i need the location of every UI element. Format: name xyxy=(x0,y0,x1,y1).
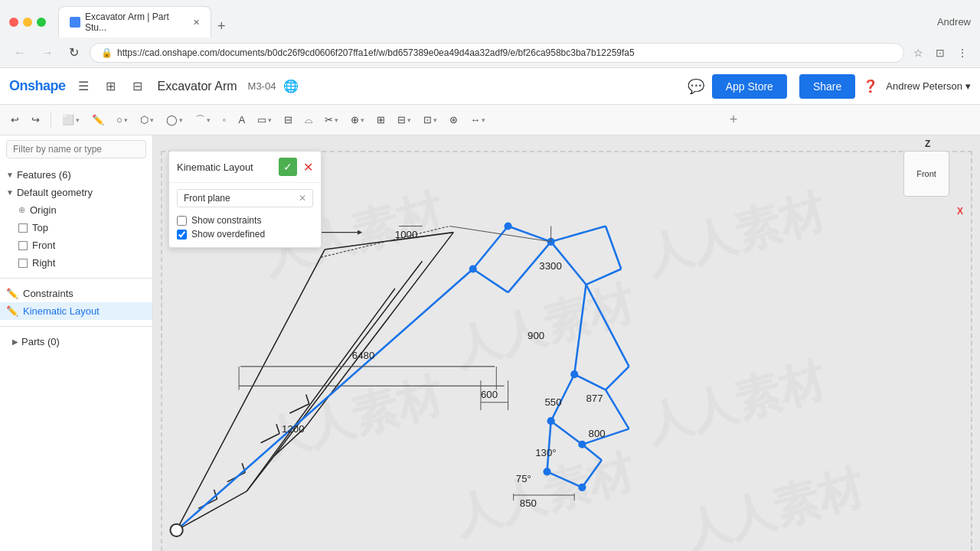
circle-btn[interactable]: ○▾ xyxy=(112,111,132,129)
show-overdefined-checkbox[interactable] xyxy=(177,230,187,240)
browser-chrome: Excavator Arm | Part Stu... ✕ + Andrew ←… xyxy=(0,0,980,68)
constraints-section: ✏️ Constraints ✏️ Kinematic Layout xyxy=(0,282,152,323)
plane-selector[interactable]: Front plane ✕ xyxy=(177,189,313,207)
document-title: Excavator Arm xyxy=(158,80,237,93)
filter-input[interactable] xyxy=(6,140,146,158)
user-info[interactable]: Andrew Peterson ▾ xyxy=(886,80,971,92)
view-cube-face[interactable]: Front xyxy=(903,151,949,197)
document-version: M3-04 xyxy=(248,80,276,92)
parts-header[interactable]: ▶ Parts (0) xyxy=(6,333,146,350)
constraints-label: Constraints xyxy=(23,288,74,299)
back-button[interactable]: ← xyxy=(9,43,31,63)
svg-line-38 xyxy=(586,285,629,367)
sketch-btn[interactable]: ✏️ xyxy=(87,111,109,129)
point-btn[interactable]: ◦ xyxy=(218,111,231,129)
dim-550: 550 xyxy=(544,396,561,408)
panel-cancel-button[interactable]: ✕ xyxy=(303,160,313,174)
add-icon[interactable]: + xyxy=(730,112,738,128)
measure-btn[interactable]: ⊞ xyxy=(372,111,390,129)
globe-icon[interactable]: 🌐 xyxy=(283,79,299,93)
svg-line-10 xyxy=(247,456,274,491)
view-cube[interactable]: Z Front X xyxy=(903,151,965,212)
tab-close-button[interactable]: ✕ xyxy=(193,18,200,28)
sidebar-item-right[interactable]: Right xyxy=(0,254,152,272)
style-btn[interactable]: ◯▾ xyxy=(162,111,188,129)
svg-line-44 xyxy=(547,471,583,487)
features-arrow-icon: ▼ xyxy=(6,171,14,179)
url-bar[interactable]: 🔒 https://cad.onshape.com/documents/b0dc… xyxy=(90,43,904,63)
tab-bar: Excavator Arm | Part Stu... ✕ + xyxy=(58,6,232,37)
constraint-btn[interactable]: ⊟ xyxy=(279,111,297,129)
cube-right-icon xyxy=(18,259,28,268)
cube-front-icon xyxy=(18,241,28,250)
view-btn[interactable]: ⬜▾ xyxy=(57,111,84,129)
rect-btn[interactable]: ▭▾ xyxy=(253,111,276,129)
help-button[interactable]: ❓ xyxy=(863,79,878,93)
cast-icon[interactable]: ⊡ xyxy=(933,44,948,62)
svg-point-51 xyxy=(547,417,555,425)
user-name: Andrew Peterson xyxy=(886,80,962,92)
bookmark-star-icon[interactable]: ☆ xyxy=(910,44,926,62)
onshape-logo[interactable]: Onshape xyxy=(9,78,66,94)
svg-point-52 xyxy=(543,468,550,475)
sidebar-item-origin[interactable]: ⊕ Origin xyxy=(0,201,152,219)
svg-line-34 xyxy=(606,226,621,269)
sidebar-filter xyxy=(0,135,152,163)
shape-btn[interactable]: ⬡▾ xyxy=(136,111,158,129)
show-constraints-checkbox[interactable] xyxy=(177,216,187,226)
pattern-btn[interactable]: ⊡▾ xyxy=(419,111,442,129)
app-header: Onshape ☰ ⊞ ⊟ Excavator Arm M3-04 🌐 💬 Ap… xyxy=(0,68,980,105)
sidebar-item-top[interactable]: Top xyxy=(0,219,152,236)
reload-button[interactable]: ↻ xyxy=(64,42,83,63)
new-tab-button[interactable]: + xyxy=(211,15,232,37)
tab-title: Excavator Arm | Part Stu... xyxy=(85,11,185,33)
dim-75: 75° xyxy=(516,473,531,484)
dim-877: 877 xyxy=(586,393,603,404)
chat-button[interactable]: 💬 xyxy=(688,78,704,95)
forward-button[interactable]: → xyxy=(37,43,58,63)
features-header[interactable]: ▼ Features (6) xyxy=(0,166,152,184)
default-geometry-arrow-icon: ▼ xyxy=(6,188,14,197)
svg-line-28 xyxy=(508,226,551,241)
trim-btn[interactable]: ✂▾ xyxy=(320,111,343,129)
kinematic-layout-item[interactable]: ✏️ Kinematic Layout xyxy=(0,302,152,320)
filter-icon[interactable]: ⊞ xyxy=(101,76,120,96)
svg-line-22 xyxy=(306,395,309,404)
curve-btn[interactable]: ⌒▾ xyxy=(191,110,215,130)
app-store-button[interactable]: App Store xyxy=(712,74,787,99)
redo-button[interactable]: ↪ xyxy=(27,111,44,129)
settings-icon[interactable]: ⊟ xyxy=(128,76,147,96)
hamburger-menu-button[interactable]: ☰ xyxy=(74,76,93,96)
parts-arrow-icon: ▶ xyxy=(12,337,18,346)
traffic-lights xyxy=(9,18,46,27)
dim-800: 800 xyxy=(589,428,606,439)
plane-clear-icon[interactable]: ✕ xyxy=(299,193,306,204)
svg-point-50 xyxy=(570,370,578,378)
minimize-window-button[interactable] xyxy=(23,18,32,27)
arc-btn[interactable]: ⌓ xyxy=(300,111,317,129)
text-btn[interactable]: A xyxy=(234,111,250,129)
undo-button[interactable]: ↩ xyxy=(6,111,24,129)
active-tab[interactable]: Excavator Arm | Part Stu... ✕ xyxy=(58,6,211,37)
default-geometry-header[interactable]: ▼ Default geometry xyxy=(0,184,152,201)
sidebar-item-front[interactable]: Front xyxy=(0,236,152,254)
maximize-window-button[interactable] xyxy=(37,18,46,27)
close-window-button[interactable] xyxy=(9,18,18,27)
axis-z-label: Z xyxy=(925,139,957,149)
show-overdefined-row: Show overdefined xyxy=(177,227,313,241)
canvas-background: 人人素材 人人素材 人人素材 人人素材 人人素材 人人素材 人人素材 xyxy=(153,135,980,551)
table-btn[interactable]: ⊟▾ xyxy=(393,111,416,129)
right-label: Right xyxy=(32,257,55,269)
transform-btn[interactable]: ⊕▾ xyxy=(346,111,369,129)
dimension-btn[interactable]: ↔▾ xyxy=(466,111,490,129)
svg-line-20 xyxy=(276,424,279,433)
panel-confirm-button[interactable]: ✓ xyxy=(279,158,297,176)
constraints-item[interactable]: ✏️ Constraints xyxy=(0,285,152,302)
svg-line-42 xyxy=(606,390,629,429)
share-button[interactable]: Share xyxy=(799,74,855,99)
dim-3300: 3300 xyxy=(539,260,561,272)
snap-btn[interactable]: ⊛ xyxy=(445,111,462,129)
dim-6480: 6480 xyxy=(352,350,374,361)
tab-favicon xyxy=(70,17,80,28)
menu-icon[interactable]: ⋮ xyxy=(954,44,971,62)
